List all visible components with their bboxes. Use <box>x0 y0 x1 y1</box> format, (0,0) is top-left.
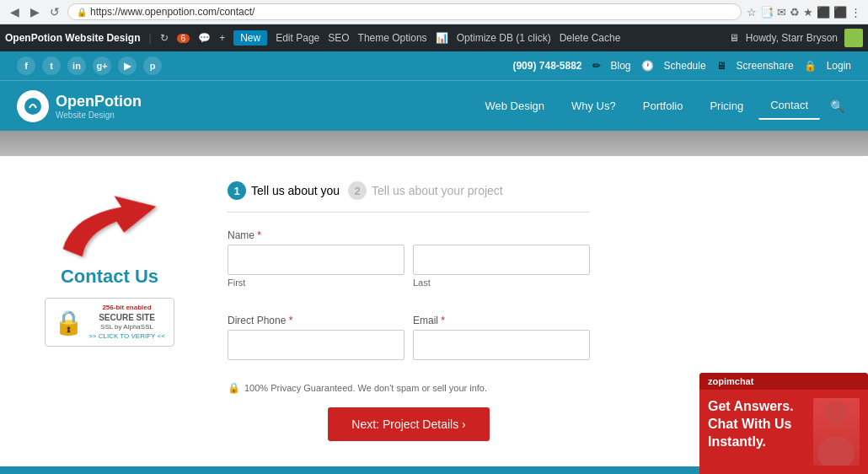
sep1: | <box>148 32 151 44</box>
update-count: 6 <box>177 34 190 43</box>
utility-right-links: (909) 748-5882 ✏ Blog 🕐 Schedule 🖥 Scree… <box>512 60 851 72</box>
email-label: Email * <box>413 315 590 326</box>
nav-portfolio[interactable]: Portfolio <box>631 93 695 119</box>
contact-us-title: Contact Us <box>61 266 158 288</box>
arrow-graphic <box>51 190 169 266</box>
schedule-icon: 🕐 <box>641 60 654 72</box>
step-1: 1 Tell us about you <box>228 181 340 200</box>
blog-link[interactable]: Blog <box>611 60 631 72</box>
new-button[interactable]: New <box>233 30 267 46</box>
social-googleplus[interactable]: g+ <box>93 57 111 75</box>
lock-icon-util: 🔒 <box>804 60 817 72</box>
last-sub-label: Last <box>413 277 590 288</box>
back-button[interactable]: ◀ <box>7 4 22 19</box>
reload-button[interactable]: ↺ <box>47 4 62 19</box>
howdy-label: Howdy, Starr Bryson <box>746 32 838 44</box>
first-name-group: First <box>228 245 405 288</box>
screenshare-link[interactable]: Screenshare <box>737 60 794 72</box>
svg-point-6 <box>817 436 855 466</box>
browser-chrome: ◀ ▶ ↺ 🔒 https://www.openpotion.com/conta… <box>0 0 868 24</box>
utility-bar: f t in g+ ▶ p (909) 748-5882 ✏ Blog 🕐 Sc… <box>0 51 868 80</box>
delete-cache-link[interactable]: Delete Cache <box>560 32 621 44</box>
secure-site-label: SECURE SITE <box>88 312 165 323</box>
nav-why-us[interactable]: Why Us? <box>560 93 628 119</box>
last-name-group: Last <box>413 245 590 288</box>
submit-area: Next: Project Details › <box>228 407 590 441</box>
last-name-input[interactable] <box>413 245 590 275</box>
url-text: https://www.openpotion.com/contact/ <box>90 6 255 18</box>
phone-email-row: Direct Phone * Email * <box>228 315 590 374</box>
name-label: Name * <box>228 229 590 241</box>
secure-text: 256-bit enabled SECURE SITE SSL by Alpha… <box>88 304 165 341</box>
logo-text: OpenPotion <box>56 93 142 110</box>
social-pinterest[interactable]: p <box>143 57 162 75</box>
comment-icon[interactable]: 💬 <box>198 32 211 44</box>
search-icon[interactable]: 🔍 <box>823 93 851 120</box>
edit-page-link[interactable]: Edit Page <box>276 32 319 44</box>
svg-point-5 <box>824 401 848 425</box>
social-youtube[interactable]: ▶ <box>118 57 137 75</box>
phone-group: Direct Phone * <box>228 315 405 360</box>
phone-number[interactable]: (909) 748-5882 <box>512 60 581 72</box>
secure-badge[interactable]: 🔒 256-bit enabled SECURE SITE SSL by Alp… <box>45 298 174 347</box>
social-linkedin[interactable]: in <box>67 57 86 75</box>
nav-links: Web Design Why Us? Portfolio Pricing Con… <box>473 92 851 120</box>
extension-icon3[interactable]: ⬛ <box>817 6 830 19</box>
extension-icon4[interactable]: ⬛ <box>833 6 847 19</box>
privacy-note: 🔒 100% Privacy Guaranteed. We don't spam… <box>228 382 590 394</box>
extension-icon2[interactable]: ★ <box>803 6 813 19</box>
phone-input[interactable] <box>228 330 405 360</box>
forward-button[interactable]: ▶ <box>27 4 42 19</box>
chat-widget[interactable]: zopimchat Get Answers. Chat With Us Inst… <box>699 373 868 474</box>
step2-label: Tell us about your project <box>372 184 503 197</box>
first-sub-label: First <box>228 277 405 288</box>
form-panel: 1 Tell us about you 2 Tell us about your… <box>228 181 590 441</box>
star-icon[interactable]: ☆ <box>747 6 757 19</box>
optimize-link[interactable]: Optimize DB (1 click) <box>457 32 551 44</box>
monitor-icon: 🖥 <box>729 32 739 44</box>
update-icon[interactable]: ↻ <box>160 32 169 44</box>
svg-point-0 <box>24 98 41 115</box>
logo-icon <box>17 90 49 122</box>
hero-banner <box>0 131 868 156</box>
avatar-image <box>813 398 860 466</box>
first-name-input[interactable] <box>228 245 405 275</box>
nav-contact[interactable]: Contact <box>758 92 820 120</box>
admin-bar: OpenPotion Website Design | ↻ 6 💬 + New … <box>0 24 868 51</box>
schedule-link[interactable]: Schedule <box>664 60 706 72</box>
secure-ssl: SSL by AlphaSSL <box>88 323 165 331</box>
next-button[interactable]: Next: Project Details › <box>328 407 489 441</box>
menu-icon[interactable]: ⋮ <box>850 6 861 19</box>
seo-link[interactable]: SEO <box>328 32 349 44</box>
logo[interactable]: OpenPotion Website Design <box>17 90 142 122</box>
chat-avatar <box>813 398 860 466</box>
email-input[interactable] <box>413 330 590 360</box>
social-facebook[interactable]: f <box>17 57 35 75</box>
nav-pricing[interactable]: Pricing <box>698 93 755 119</box>
recycle-icon[interactable]: ♻ <box>790 6 800 19</box>
social-icons: f t in g+ ▶ p <box>17 57 162 75</box>
name-req: * <box>257 229 261 241</box>
url-bar[interactable]: 🔒 https://www.openpotion.com/contact/ <box>67 3 742 20</box>
chart-icon: 📊 <box>436 32 448 44</box>
extension-icon1[interactable]: ✉ <box>777 6 786 19</box>
social-twitter[interactable]: t <box>42 57 61 75</box>
secure-bits: 256-bit enabled <box>88 304 165 312</box>
theme-options-link[interactable]: Theme Options <box>358 32 427 44</box>
chat-header: zopimchat <box>699 373 868 390</box>
screenshare-icon: 🖥 <box>716 60 726 72</box>
name-row: First Last <box>228 245 590 301</box>
comment-count: + <box>219 32 225 44</box>
nav-web-design[interactable]: Web Design <box>473 93 556 119</box>
lock-icon-secure: 🔒 <box>54 309 83 337</box>
bookmark-icon[interactable]: 📑 <box>760 6 774 19</box>
email-group: Email * <box>413 315 590 360</box>
phone-label: Direct Phone * <box>228 315 405 326</box>
chat-body: Get Answers. Chat With Us Instantly. <box>699 390 868 474</box>
site-name[interactable]: OpenPotion Website Design <box>5 32 140 44</box>
step2-num: 2 <box>348 181 367 200</box>
secure-click[interactable]: >> CLICK TO VERIFY << <box>88 332 165 341</box>
login-link[interactable]: Login <box>827 60 851 72</box>
logo-subtitle: Website Design <box>56 110 142 120</box>
main-nav: OpenPotion Website Design Web Design Why… <box>0 80 868 131</box>
